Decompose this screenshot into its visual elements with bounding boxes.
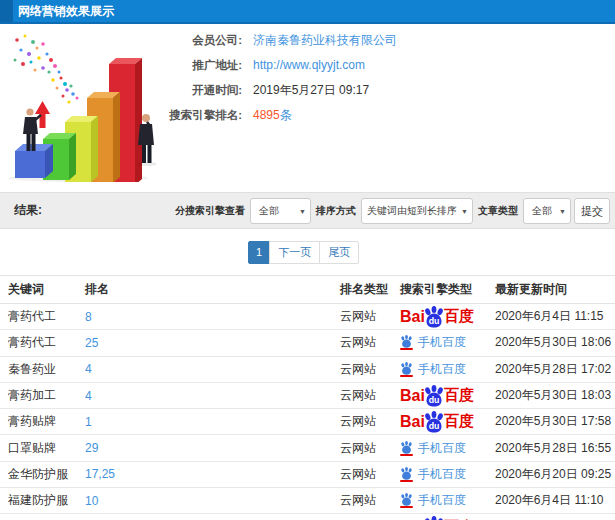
rank-cell: 8 bbox=[85, 304, 340, 330]
svg-text:du: du bbox=[429, 316, 440, 326]
rank-type-cell bbox=[340, 514, 400, 520]
rank-type-cell: 云网站 bbox=[340, 382, 400, 408]
baidu-logo: Bai du 百度 bbox=[400, 385, 474, 407]
rank-count-label: 搜索引擎排名: bbox=[0, 103, 242, 128]
table-row: 福建防护服 10 云网站 手机百度 2020年6月4日 11:10 bbox=[0, 488, 615, 514]
rank-type-cell: 云网站 bbox=[340, 461, 400, 487]
svg-text:du: du bbox=[429, 395, 440, 405]
article-type-select[interactable]: 全部▼ bbox=[523, 198, 571, 224]
sort-label: 排序方式 bbox=[316, 204, 356, 218]
mobile-baidu-badge: 手机百度 bbox=[400, 334, 466, 351]
info-row-opened: 开通时间: 2019年5月27日 09:17 bbox=[0, 78, 440, 103]
rank-link[interactable]: 4 bbox=[85, 389, 92, 403]
engine-type-cell: 手机百度 bbox=[400, 330, 495, 356]
rank-cell: 25 bbox=[85, 330, 340, 356]
engine-type-cell: 手机百度 bbox=[400, 435, 495, 461]
info-row-url: 推广地址: http://www.qlyyjt.com bbox=[0, 53, 440, 78]
mobile-baidu-label[interactable]: 手机百度 bbox=[418, 361, 466, 378]
engine-type-cell: 手机百度 bbox=[400, 488, 495, 514]
chevron-down-icon: ▼ bbox=[299, 199, 306, 224]
updated-cell: 2020年6月20日 09:25 bbox=[495, 461, 615, 487]
mobile-baidu-badge: 手机百度 bbox=[400, 440, 466, 457]
table-body: 膏药代工 8 云网站 Bai du 百度 2020年6月4日 11:15 膏药代… bbox=[0, 304, 615, 520]
page-1-button[interactable]: 1 bbox=[248, 241, 270, 264]
engine-type-cell: 手机百度 bbox=[400, 356, 495, 382]
mobile-baidu-label[interactable]: 手机百度 bbox=[418, 440, 466, 457]
engine-filter-label: 分搜索引擎查看 bbox=[175, 204, 245, 218]
mobile-baidu-icon bbox=[400, 441, 413, 456]
company-label: 会员公司: bbox=[0, 28, 242, 53]
rank-cell bbox=[85, 514, 340, 520]
table-row: 膏药代工 25 云网站 手机百度 2020年5月30日 18:06 bbox=[0, 330, 615, 356]
mobile-baidu-badge: 手机百度 bbox=[400, 492, 466, 509]
rank-link[interactable]: 8 bbox=[85, 310, 92, 324]
title-bar: 网络营销效果展示 bbox=[0, 0, 615, 24]
info-row-rankcount: 搜索引擎排名: 4895条 bbox=[0, 103, 440, 128]
rank-count-value: 4895条 bbox=[253, 103, 292, 128]
mobile-baidu-label[interactable]: 手机百度 bbox=[418, 334, 466, 351]
promotion-url-link[interactable]: http://www.qlyyjt.com bbox=[253, 53, 365, 78]
submit-button[interactable]: 提交 bbox=[574, 198, 610, 224]
filter-bar: 结果: 分搜索引擎查看 全部▼ 排序方式 关键词由短到长排序▼ 文章类型 全部▼… bbox=[0, 192, 615, 229]
keyword-cell: 膏药代工 bbox=[0, 304, 85, 330]
page-title: 网络营销效果展示 bbox=[18, 0, 114, 22]
keyword-cell: 金华防护服 bbox=[0, 461, 85, 487]
mobile-baidu-icon bbox=[400, 335, 413, 350]
promotion-url-label: 推广地址: bbox=[0, 53, 242, 78]
mobile-baidu-icon bbox=[400, 493, 413, 508]
col-rank: 排名 bbox=[85, 276, 340, 304]
open-time-label: 开通时间: bbox=[0, 78, 242, 103]
engine-type-cell: 手机百度 bbox=[400, 461, 495, 487]
updated-cell: 2020年5月30日 18:06 bbox=[495, 330, 615, 356]
company-link[interactable]: 济南秦鲁药业科技有限公司 bbox=[253, 28, 397, 53]
ranking-table: 关键词 排名 排名类型 搜索引擎类型 最新更新时间 膏药代工 8 云网站 Bai… bbox=[0, 275, 615, 520]
keyword-cell: 膏药贴牌 bbox=[0, 409, 85, 435]
keyword-cell: 秦鲁药业 bbox=[0, 356, 85, 382]
updated-cell: 2020年5月28日 17:02 bbox=[495, 356, 615, 382]
rank-cell: 29 bbox=[85, 435, 340, 461]
result-label: 结果: bbox=[14, 193, 42, 228]
col-keyword: 关键词 bbox=[0, 276, 85, 304]
mobile-baidu-icon bbox=[400, 362, 413, 377]
table-row: 膏药代工 8 云网站 Bai du 百度 2020年6月4日 11:15 bbox=[0, 304, 615, 330]
rank-link[interactable]: 29 bbox=[85, 441, 98, 455]
rank-cell: 4 bbox=[85, 356, 340, 382]
article-type-label: 文章类型 bbox=[478, 204, 518, 218]
keyword-cell: 福建防护服 bbox=[0, 488, 85, 514]
table-header-row: 关键词 排名 排名类型 搜索引擎类型 最新更新时间 bbox=[0, 276, 615, 304]
updated-cell: 2020年6月4日 11:15 bbox=[495, 304, 615, 330]
rank-link[interactable]: 1 bbox=[85, 415, 92, 429]
rank-cell: 4 bbox=[85, 382, 340, 408]
rank-link[interactable]: 17,25 bbox=[85, 467, 115, 481]
keyword-cell: 口罩贴牌 bbox=[0, 435, 85, 461]
col-rank-type: 排名类型 bbox=[340, 276, 400, 304]
updated-cell: 2020年5月28日 16:55 bbox=[495, 435, 615, 461]
table-row: 口罩贴牌 29 云网站 手机百度 2020年5月28日 16:55 bbox=[0, 435, 615, 461]
table-row: 秦鲁药业 4 云网站 手机百度 2020年5月28日 17:02 bbox=[0, 356, 615, 382]
last-page-button[interactable]: 尾页 bbox=[319, 241, 359, 264]
table-row: 膏药加工 4 云网站 Bai du 百度 2020年5月30日 18:03 bbox=[0, 382, 615, 408]
mobile-baidu-label[interactable]: 手机百度 bbox=[418, 492, 466, 509]
rank-cell: 17,25 bbox=[85, 461, 340, 487]
rank-link[interactable]: 25 bbox=[85, 336, 98, 350]
keyword-cell bbox=[0, 514, 85, 520]
mobile-baidu-label[interactable]: 手机百度 bbox=[418, 466, 466, 483]
titlebar-left-accent bbox=[0, 0, 13, 22]
next-page-button[interactable]: 下一页 bbox=[269, 241, 320, 264]
rank-cell: 10 bbox=[85, 488, 340, 514]
table-row: 金华防护服 17,25 云网站 手机百度 2020年6月20日 09:25 bbox=[0, 461, 615, 487]
updated-cell bbox=[495, 514, 615, 520]
engine-type-cell: Bai du 百度 bbox=[400, 514, 495, 520]
svg-text:du: du bbox=[429, 421, 440, 431]
sort-select[interactable]: 关键词由短到长排序▼ bbox=[361, 198, 473, 224]
info-row-company: 会员公司: 济南秦鲁药业科技有限公司 bbox=[0, 28, 440, 53]
updated-cell: 2020年5月30日 17:58 bbox=[495, 409, 615, 435]
pagination: 1 下一页 尾页 bbox=[248, 241, 359, 264]
table-row: Bai du 百度 bbox=[0, 514, 615, 520]
table-row: 膏药贴牌 1 云网站 Bai du 百度 2020年5月30日 17:58 bbox=[0, 409, 615, 435]
engine-select[interactable]: 全部▼ bbox=[250, 198, 311, 224]
rank-link[interactable]: 4 bbox=[85, 362, 92, 376]
updated-cell: 2020年6月4日 11:10 bbox=[495, 488, 615, 514]
rank-link[interactable]: 10 bbox=[85, 494, 98, 508]
mobile-baidu-icon bbox=[400, 467, 413, 482]
